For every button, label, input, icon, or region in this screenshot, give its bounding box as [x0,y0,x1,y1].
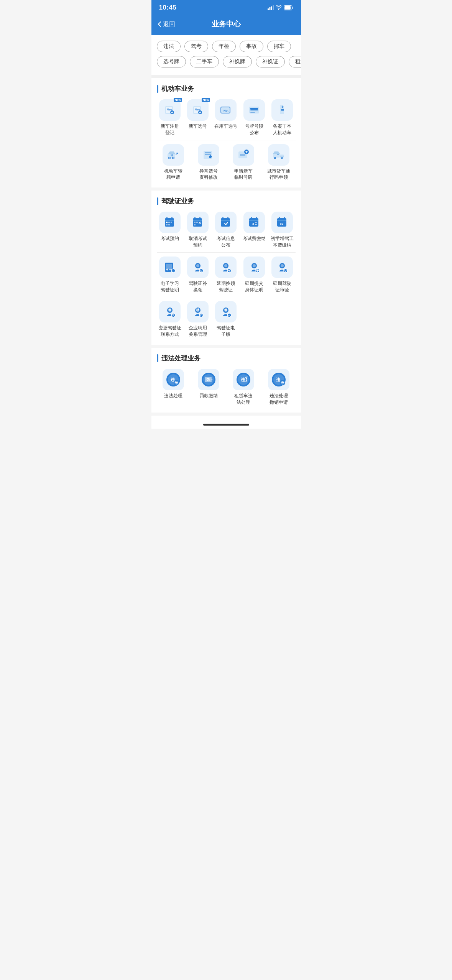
motor-section-title: 机动车业务 [157,84,296,93]
motor-sub-divider [157,140,296,140]
divider-1 [151,75,301,78]
service-body-cert[interactable]: 延期提交身体证明 [241,257,267,293]
filter-tag-violation[interactable]: 违法 [157,41,181,52]
title-bar-violation [157,354,158,362]
svg-rect-2 [271,7,272,10]
exam-fee-icon: ¥ [243,212,265,233]
title-bar-motor [157,85,158,93]
svg-text:New: New [167,108,173,111]
svg-text:驾: 驾 [224,308,227,312]
dl-contact-label: 变更驾驶证联系方式 [158,325,181,338]
service-abnormal-modify[interactable]: 异常选号资料修改 [192,144,225,181]
license-section-title: 驾驶证业务 [157,197,296,206]
svg-point-13 [198,110,202,114]
abnormal-modify-label: 异常选号资料修改 [199,168,218,181]
status-bar: 10:45 [151,0,301,15]
service-truck-code[interactable]: 城市货车通行码申领 [262,144,296,181]
svg-point-9 [170,110,174,114]
filter-tag-driving-test[interactable]: 驾考 [184,41,208,52]
service-dl-extend[interactable]: 延期换领驾驶证 [213,257,239,293]
service-e-learn[interactable]: • 电子学习驾驶证明 [157,257,183,293]
service-new-select-plate[interactable]: New New 新车选号 [185,99,211,136]
service-violation-handle[interactable]: 违 违法处理 [157,369,191,406]
rental-violation-label: 租赁车违法处理 [234,393,253,406]
license-grid-2: • 电子学习驾驶证明 $ 驾驶证补换领 [157,257,296,293]
temp-plate-label: 申请新车临时号牌 [234,168,253,181]
violation-section-title: 违法处理业务 [157,354,296,363]
svg-rect-51 [171,222,172,223]
svg-point-26 [169,157,170,158]
dl-audit-icon [271,257,293,278]
dl-extend-icon [215,257,237,278]
svg-rect-44 [277,154,279,155]
used-select-plate-label: 在用车选号 [214,123,237,130]
svg-point-90 [224,264,227,267]
service-file-car[interactable]: 备 备案非本人机动车 [269,99,295,136]
service-exam-fee[interactable]: ¥ 考试费缴纳 [241,212,267,248]
textbook-fee-label: 初学增驾工本费缴纳 [271,235,294,248]
new-badge-register: New [174,98,182,102]
service-temp-plate[interactable]: 申请新车临时号牌 [227,144,261,181]
svg-rect-47 [171,217,173,220]
service-new-register[interactable]: New New 新车注册登记 [157,99,183,136]
license-sub-divider-1 [157,252,296,253]
filter-tag-used-car[interactable]: 二手车 [190,56,219,67]
service-dl-audit[interactable]: 延期驾驶证审验 [269,257,295,293]
filter-tag-replace-plate[interactable]: 补换牌 [223,56,252,67]
service-exam-info[interactable]: 考试信息公布 [213,212,239,248]
service-used-select-plate[interactable]: No. 在用车选号 [213,99,239,136]
service-violation-cancel[interactable]: 违 违法处理撤销申请 [262,369,296,406]
dl-electronic-label: 驾驶证电子版 [217,325,235,338]
service-fine-pay[interactable]: 罚 = 罚款缴纳 [192,369,225,406]
service-car-transfer[interactable]: 转 机动车转籍申请 [157,144,191,181]
service-textbook-fee[interactable]: ¥= 初学增驾工本费缴纳 [269,212,295,248]
back-button[interactable]: 返回 [158,20,175,28]
title-bar-license [157,197,158,205]
used-select-plate-icon-wrap: No. [215,99,237,121]
svg-rect-46 [166,217,168,220]
signal-icon [268,5,274,10]
motor-grid-1: New New 新车注册登记 New New 新车选号 [157,99,296,136]
svg-text:No.: No. [224,109,228,112]
service-rental-violation[interactable]: 违 租赁车违法处理 [227,369,261,406]
filter-tag-rental[interactable]: 租赁 [289,56,301,67]
svg-rect-80 [166,264,172,269]
service-dl-replace[interactable]: $ 驾驶证补换领 [185,257,211,293]
dl-replace-label: 驾驶证补换领 [189,280,207,293]
rental-violation-icon: 违 [233,369,254,390]
svg-rect-37 [240,154,245,156]
filter-row-1: 违法 驾考 年检 事故 挪车 [157,41,296,52]
svg-rect-65 [227,217,228,220]
exam-info-icon [215,212,237,233]
file-car-label: 备案非本人机动车 [273,123,291,136]
svg-rect-63 [221,218,230,227]
new-select-plate-icon-wrap: New New [187,99,209,121]
file-car-icon-wrap: 备 [271,99,293,121]
filter-tag-replace-cert[interactable]: 补换证 [256,56,285,67]
truck-code-icon-wrap [268,144,289,166]
filter-tag-select-plate[interactable]: 选号牌 [157,56,186,67]
service-dl-electronic[interactable]: 驾 e 驾驶证电子版 [213,301,239,338]
svg-point-43 [281,157,282,158]
violation-handle-label: 违法处理 [164,393,182,399]
violation-cancel-label: 违法处理撤销申请 [270,393,288,406]
svg-rect-1 [269,7,270,10]
status-time: 10:45 [159,4,177,12]
service-cancel-exam[interactable]: 取消考试预约 [185,212,211,248]
violation-title-text: 违法处理业务 [161,354,201,363]
exam-reserve-label: 考试预约 [161,235,179,242]
dl-extend-label: 延期换领驾驶证 [217,280,235,293]
wifi-icon [276,5,282,10]
filter-tag-annual-check[interactable]: 年检 [212,41,236,52]
service-employment[interactable]: 聘 企业聘用关系管理 [185,301,211,338]
svg-rect-69 [256,217,257,220]
filter-tag-accident[interactable]: 事故 [240,41,263,52]
svg-rect-73 [255,224,257,225]
service-plate-segment[interactable]: 号牌号段公布 [241,99,267,136]
service-exam-reserve[interactable]: 考试预约 [157,212,183,248]
service-dl-contact[interactable]: 驾 变更驾驶证联系方式 [157,301,183,338]
car-transfer-icon-wrap: 转 [163,144,184,166]
filter-tag-move-car[interactable]: 挪车 [267,41,291,52]
temp-plate-icon-wrap [233,144,254,166]
nav-bar: 返回 业务中心 [151,15,301,35]
